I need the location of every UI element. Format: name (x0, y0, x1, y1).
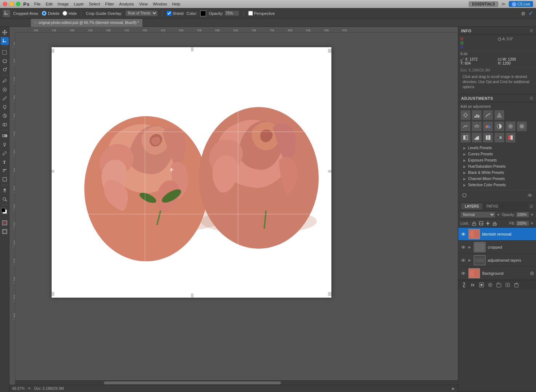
minimize-button[interactable] (9, 2, 14, 6)
path-selection-tool[interactable] (1, 167, 9, 175)
layer-visibility-adjustment[interactable] (460, 257, 466, 263)
layer-visibility-background[interactable] (460, 270, 466, 276)
adj-levels-icon[interactable] (472, 110, 482, 120)
adj-selectivecolor-presets[interactable]: ▶ Selective Color Presets (460, 182, 534, 188)
adj-levels-presets[interactable]: ▶ Levels Presets (460, 145, 534, 151)
quick-mask-tool[interactable] (1, 219, 9, 227)
scroll-arrow[interactable]: ▶ (452, 387, 455, 391)
adj-blackwhite-presets[interactable]: ▶ Black & White Presets (460, 170, 534, 176)
layer-visibility-cropped[interactable] (460, 244, 466, 250)
essentials-button[interactable]: ESSENTIALS (469, 1, 498, 7)
cslive-button[interactable]: ⬤ CS Live (509, 1, 533, 7)
color-swatch[interactable] (200, 11, 206, 16)
menu-window[interactable]: Window (153, 2, 167, 6)
adj-posterize-icon[interactable] (472, 132, 482, 143)
quick-selection-tool[interactable] (1, 66, 9, 74)
shape-tool[interactable] (1, 175, 9, 183)
adj-exposure-icon[interactable] (494, 110, 504, 120)
menu-view[interactable]: View (139, 2, 148, 6)
layer-cropped[interactable]: ▶ cropped (458, 241, 536, 254)
adj-channelmixer-icon[interactable] (517, 121, 527, 131)
screen-mode-tool[interactable] (1, 228, 9, 236)
layer-mask-icon[interactable] (478, 282, 485, 288)
pen-tool[interactable] (1, 149, 9, 157)
layer-blemish-removal[interactable]: blemish removal (458, 228, 536, 241)
hide-radio[interactable]: Hide (63, 11, 77, 16)
adj-panel-menu-icon[interactable]: ☰ (530, 96, 533, 100)
spot-healing-brush-tool[interactable] (1, 86, 9, 94)
move-tool[interactable] (1, 28, 9, 36)
crop-tool[interactable] (1, 37, 9, 45)
tab-close-icon[interactable]: × (35, 21, 37, 25)
hand-tool[interactable] (1, 187, 9, 195)
blend-mode-select[interactable]: Normal Dissolve Multiply Screen Overlay (460, 212, 495, 218)
adj-exposure-presets[interactable]: ▶ Exposure Presets (460, 157, 534, 163)
document-tab[interactable]: × original photo-edited.psd @ 66.7% (ble… (31, 19, 143, 27)
zoom-tool[interactable] (1, 195, 9, 203)
crop-guide-select[interactable]: Rule of Thirds Grid Diagonal Triangle Go… (125, 10, 158, 16)
layer-link-icon[interactable] (460, 282, 468, 288)
adj-icon-clip[interactable] (461, 192, 468, 199)
adj-brightness-icon[interactable] (460, 110, 471, 120)
perspective-checkbox[interactable]: Perspective (248, 11, 275, 16)
adj-photofilter-icon[interactable] (505, 121, 516, 131)
info-panel-menu-icon[interactable]: ☰ (530, 29, 533, 33)
layer-background[interactable]: Background (458, 267, 536, 280)
lasso-tool[interactable] (1, 57, 9, 65)
adj-channelmixer-presets[interactable]: ▶ Channel Mixer Presets (460, 176, 534, 182)
delete-radio[interactable]: Delete (42, 11, 60, 16)
layer-group-arrow-cropped[interactable]: ▶ (468, 245, 471, 249)
tab-paths[interactable]: PATHS (483, 203, 502, 209)
layer-group-arrow-adjustment[interactable]: ▶ (468, 258, 471, 262)
status-eye-icon[interactable]: 👁 (28, 387, 31, 391)
shield-checkbox[interactable]: Shield (167, 11, 184, 16)
confirm-crop-icon[interactable]: ✓ (528, 10, 533, 17)
lock-image-icon[interactable] (478, 220, 484, 226)
layers-panel-menu-icon[interactable]: ☰ (530, 204, 533, 208)
brush-tool[interactable] (1, 94, 9, 102)
layer-delete-icon[interactable] (513, 282, 520, 288)
lock-position-icon[interactable] (485, 220, 491, 226)
menu-file[interactable]: File (34, 2, 41, 6)
foreground-color-swatch[interactable] (1, 208, 5, 212)
extend-icon[interactable]: ≫ (501, 1, 506, 7)
adj-gradientmap-icon[interactable] (494, 132, 504, 143)
horizontal-scrollbar[interactable] (15, 380, 458, 385)
menu-edit[interactable]: Edit (46, 2, 53, 6)
adj-icon-eye[interactable] (527, 192, 533, 199)
layer-new-icon[interactable] (504, 282, 511, 288)
opacity-input[interactable] (225, 11, 239, 16)
tab-layers[interactable]: LAYERS (461, 203, 483, 209)
rectangular-marquee-tool[interactable] (1, 48, 9, 56)
adj-curves-icon[interactable] (483, 110, 493, 120)
adj-blackwhite-icon[interactable] (494, 121, 504, 131)
lock-transparent-icon[interactable] (471, 220, 477, 226)
eyedropper-tool[interactable] (1, 77, 9, 85)
lock-all-icon[interactable] (492, 220, 498, 226)
opacity-value-input[interactable] (516, 212, 529, 217)
layer-group-icon[interactable] (495, 282, 503, 288)
fill-value-input[interactable] (516, 221, 529, 226)
layer-adjustment-icon[interactable] (487, 282, 494, 288)
menu-select[interactable]: Select (89, 2, 100, 6)
adj-colorbalance-icon[interactable] (483, 121, 493, 131)
adj-vibrance-icon[interactable] (460, 121, 471, 131)
clone-stamp-tool[interactable] (1, 103, 9, 111)
scrollbar-thumb-horizontal[interactable] (104, 381, 281, 384)
crop-tool-icon[interactable] (3, 10, 10, 17)
adj-huesaturation-icon[interactable] (472, 121, 482, 131)
menu-image[interactable]: Image (58, 2, 69, 6)
layer-adjustment-layers[interactable]: ▶ adjustmenet layers (458, 254, 536, 267)
adj-huesaturation-presets[interactable]: ▶ Hue/Saturation Presets (460, 163, 534, 170)
canvas-area[interactable] (15, 33, 458, 385)
menu-filter[interactable]: Filter (105, 2, 114, 6)
close-button[interactable] (3, 2, 7, 6)
menu-layer[interactable]: Layer (74, 2, 84, 6)
history-brush-tool[interactable] (1, 112, 9, 120)
dodge-tool[interactable] (1, 140, 9, 148)
gradient-tool[interactable] (1, 132, 9, 140)
cancel-crop-icon[interactable]: ⊘ (521, 11, 525, 16)
adj-curves-presets[interactable]: ▶ Curves Presets (460, 151, 534, 157)
layer-visibility-eye[interactable] (460, 231, 466, 237)
layer-fx-icon[interactable]: fx (469, 282, 476, 288)
